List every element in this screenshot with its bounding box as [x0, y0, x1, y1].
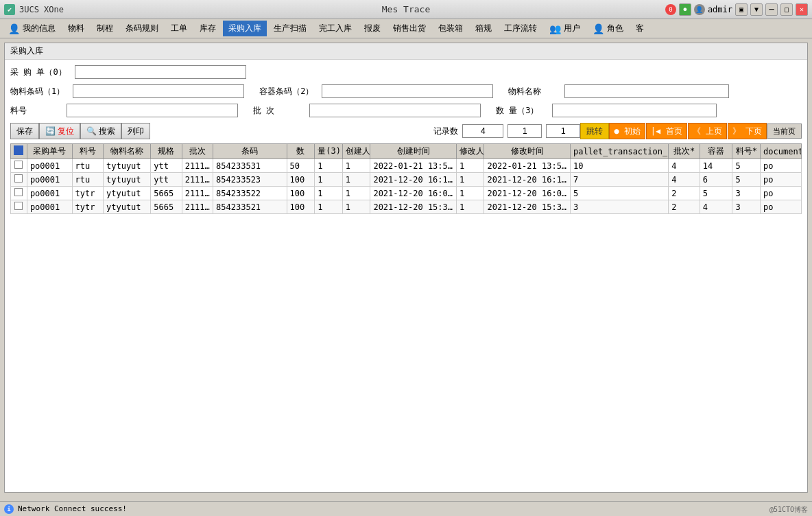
row-pallet-id: 10: [570, 159, 668, 173]
sidebar-item-packing[interactable]: 包装箱: [433, 21, 468, 36]
maximize-button[interactable]: □: [780, 3, 793, 16]
user-icon: 👥: [549, 23, 561, 34]
menu-label-barcode-rules: 条码规则: [126, 23, 158, 34]
col-header-sku2: 料号*: [732, 144, 761, 159]
status-green-dot: ●: [679, 3, 691, 16]
search-button[interactable]: 🔍 搜索: [80, 123, 121, 139]
row-checkbox[interactable]: [14, 188, 23, 196]
nav-start-button[interactable]: ● 初始: [609, 123, 645, 139]
sidebar-item-sales-out[interactable]: 销售出货: [387, 21, 431, 36]
menu-label-finish-in: 完工入库: [319, 23, 352, 34]
row-check-cell[interactable]: [11, 173, 27, 187]
menu-label-purchase-in: 采购入库: [228, 23, 261, 34]
sidebar-item-production-scan[interactable]: 生产扫描: [268, 21, 312, 36]
col-header-create-time: 创建时间: [370, 144, 456, 159]
nav-prev-button[interactable]: 《 上页: [688, 123, 727, 139]
jump-section: 跳转: [580, 123, 609, 139]
col-header-qty3: 量(3): [315, 144, 343, 159]
sidebar-item-user[interactable]: 👥 用户: [544, 21, 586, 36]
row-batch: 2111160: [182, 187, 213, 200]
col-header-batch: 批次: [182, 144, 213, 159]
search-icon: 🔍: [86, 126, 97, 136]
nav-group: ● 初始 |◀ 首页 《 上页 》 下页: [609, 123, 767, 139]
sidebar-item-process[interactable]: 制程: [91, 21, 119, 36]
sidebar-item-purchase-in[interactable]: 采购入库: [223, 21, 267, 36]
row-check-cell[interactable]: [11, 187, 27, 200]
sidebar-item-role[interactable]: 👤 角色: [587, 21, 629, 36]
sidebar-item-finish-in[interactable]: 完工入库: [313, 21, 357, 36]
sidebar-item-process-flow[interactable]: 工序流转: [499, 21, 542, 36]
table-row[interactable]: po0001 tytr ytyutut 5665 2111160 8542335…: [11, 187, 802, 200]
minimize-button[interactable]: ─: [765, 3, 778, 16]
menu-label-user: 用户: [564, 23, 580, 34]
table-row[interactable]: po0001 tytr ytyutut 5665 2111160 8542335…: [11, 200, 802, 214]
row-qty: 50: [287, 159, 315, 173]
row-check-cell[interactable]: [11, 200, 27, 214]
row-qty3: 1: [315, 159, 343, 173]
page-input-2[interactable]: [546, 124, 580, 138]
col-header-check[interactable]: [11, 144, 27, 159]
icon-btn-2[interactable]: ▼: [750, 3, 763, 16]
material-name-input[interactable]: [564, 84, 729, 98]
sidebar-item-customer[interactable]: 客: [630, 21, 649, 36]
reset-button[interactable]: 🔄 复位: [39, 123, 80, 139]
select-all-checkbox[interactable]: [14, 145, 23, 155]
print-button[interactable]: 列印: [121, 123, 150, 139]
po-input[interactable]: [75, 65, 246, 79]
table-row[interactable]: po0001 rtu tytuyut ytt 2111160 854233531…: [11, 159, 802, 173]
row-checkbox[interactable]: [14, 161, 23, 169]
records-label: 记录数: [433, 126, 458, 137]
row-material-name: ytyutut: [103, 187, 150, 200]
nav-first-button[interactable]: |◀ 首页: [646, 123, 687, 139]
current-page-button[interactable]: 当前页: [767, 124, 802, 139]
row-creator: 1: [342, 200, 370, 214]
sidebar-item-box-rules[interactable]: 箱规: [470, 21, 497, 36]
menu-label-process-flow: 工序流转: [504, 23, 537, 34]
sidebar-item-reject[interactable]: 报废: [359, 21, 386, 36]
quantity-input[interactable]: [552, 104, 717, 117]
nav-prev-icon: 《: [693, 126, 701, 136]
panel-body: 采 购 单（0） 物料条码（1） 容器条码（2） 物料名称 料号 批 次 数 量…: [5, 60, 807, 492]
page-input-1[interactable]: [508, 124, 542, 138]
form-row-po: 采 购 单（0）: [10, 65, 802, 79]
window-title: Mes Trace: [382, 4, 430, 14]
row-checkbox[interactable]: [14, 174, 23, 183]
sidebar-item-materials[interactable]: 物料: [62, 21, 90, 36]
row-po-no: po0001: [27, 159, 72, 173]
container-barcode-label: 容器条码（2）: [259, 86, 313, 97]
records-count-input[interactable]: [462, 124, 503, 138]
data-table: 采购单号 料号 物料名称 规格 批次 条码 数 量(3) 创建人 创建时间 修改…: [10, 143, 802, 214]
material-no-input[interactable]: [67, 104, 238, 117]
row-check-cell[interactable]: [11, 159, 27, 173]
row-checkbox[interactable]: [14, 202, 23, 210]
row-container: 4: [700, 200, 732, 214]
nav-next-button[interactable]: 》 下页: [728, 123, 767, 139]
row-create-time: 2021-12-20 16:09:15: [370, 187, 456, 200]
col-header-modify-time: 修改时间: [484, 144, 570, 159]
menu-label-customer: 客: [636, 23, 644, 34]
row-modify-time: 2021-12-20 16:12:46: [484, 173, 570, 187]
username: admir: [708, 5, 732, 14]
batch-input[interactable]: [309, 104, 481, 117]
close-button[interactable]: ✕: [796, 3, 808, 16]
table-row[interactable]: po0001 rtu tytuyut ytt 2111160 854233523…: [11, 173, 802, 187]
row-modify-time: 2022-01-21 13:54:15: [484, 159, 570, 173]
jump-button[interactable]: 跳转: [580, 123, 609, 139]
menu-label-packing: 包装箱: [438, 23, 463, 34]
title-bar-left: ✔ 3UCS XOne: [4, 4, 64, 15]
menu-bar: 👤 我的信息 物料 制程 条码规则 工单 库存 采购入库 生产扫描 完工入库 报…: [0, 19, 812, 38]
row-doc-type: po: [761, 187, 802, 200]
sidebar-item-barcode-rules[interactable]: 条码规则: [120, 21, 164, 36]
sidebar-item-inventory[interactable]: 库存: [194, 21, 222, 36]
sidebar-item-work-order[interactable]: 工单: [165, 21, 193, 36]
icon-btn-1[interactable]: ▣: [735, 3, 748, 16]
row-create-time: 2021-12-20 16:12:46: [370, 173, 456, 187]
save-button[interactable]: 保存: [10, 123, 39, 139]
row-barcode: 854233522: [213, 187, 287, 200]
material-barcode-input[interactable]: [73, 84, 244, 98]
row-modifier: 1: [456, 200, 484, 214]
row-container: 6: [700, 173, 732, 187]
row-batch2: 4: [669, 173, 700, 187]
container-barcode-input[interactable]: [322, 84, 493, 98]
sidebar-item-my-info[interactable]: 👤 我的信息: [3, 21, 61, 36]
